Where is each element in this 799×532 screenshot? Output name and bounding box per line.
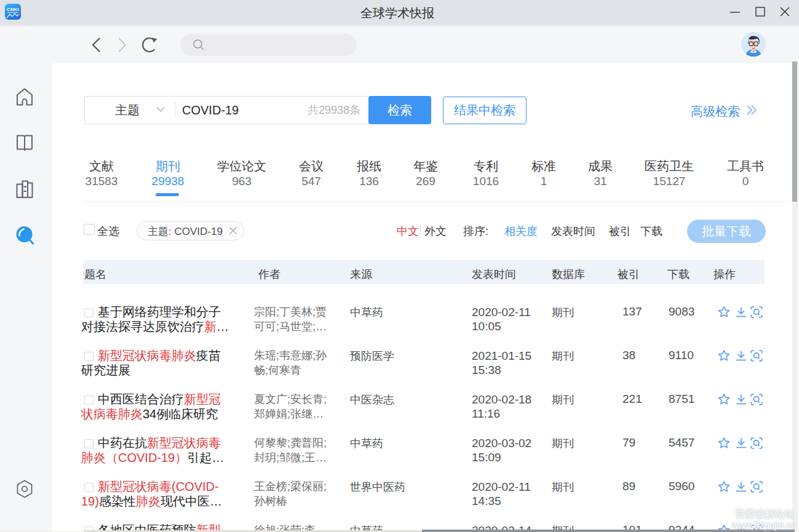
svg-text:CNKI: CNKI bbox=[7, 7, 19, 12]
